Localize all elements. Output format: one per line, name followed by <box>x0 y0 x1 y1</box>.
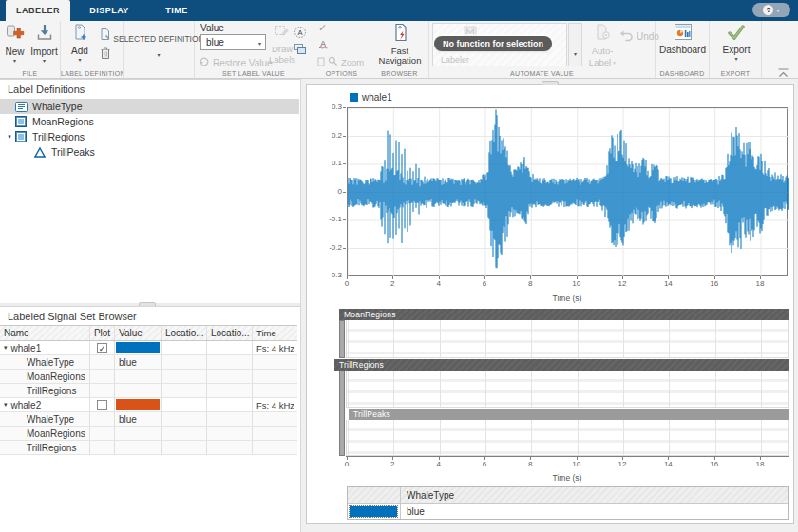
undo-button[interactable]: Undo <box>619 29 659 44</box>
tab-display[interactable]: DISPLAY <box>70 0 148 21</box>
page-mini-icon <box>317 57 325 68</box>
cell-name: TrillRegions <box>0 441 90 454</box>
zoom-option-button[interactable]: Zoom <box>317 56 364 68</box>
tree-item-trillpeaks[interactable]: TrillPeaks <box>0 144 299 160</box>
strip-lane-moanregions[interactable] <box>346 320 788 358</box>
label-definitions-tree: WhaleTypeMoanRegions▾TrillRegionsTrillPe… <box>0 99 299 160</box>
cell-plot <box>90 370 115 383</box>
table-row-moanregions[interactable]: MoanRegions <box>0 370 297 384</box>
value-dropdown[interactable]: blue ▾ <box>200 34 266 50</box>
cell-plot <box>90 398 115 411</box>
tree-item-moanregions[interactable]: MoanRegions <box>0 114 299 129</box>
tree-item-trillregions[interactable]: ▾TrillRegions <box>0 129 299 144</box>
strip-gridline <box>393 370 394 407</box>
cell-location1 <box>162 370 207 383</box>
plot-checkbox[interactable]: ✓ <box>97 343 107 353</box>
x-tick-label: 10 <box>567 279 586 288</box>
add-label-definition-button[interactable]: Add ▾ <box>66 23 94 63</box>
strip-scrollbar[interactable] <box>339 370 345 456</box>
strip-gridline <box>715 370 716 407</box>
section-label-browser: BROWSER <box>370 70 428 77</box>
strip-gridline <box>485 370 486 407</box>
label-name: MoanRegions <box>27 428 86 439</box>
strip-lane-trillpeaks[interactable] <box>346 420 788 456</box>
cell-name: MoanRegions <box>0 427 90 440</box>
strip-gridline <box>348 420 349 455</box>
table-row-whale1[interactable]: ▾whale1✓Fs: 4 kHz <box>0 341 297 355</box>
strip-gridline <box>440 420 441 455</box>
cell-value: blue <box>115 412 162 426</box>
label-definitions-panel: Label Definitions WhaleTypeMoanRegions▾T… <box>0 79 300 303</box>
col-header-name[interactable]: Name <box>0 326 90 340</box>
cell-location1 <box>162 384 207 397</box>
cell-time: Fs: 4 kHz <box>253 398 297 411</box>
cell-location2 <box>207 384 253 397</box>
cell-time <box>253 441 297 454</box>
cell-location2 <box>207 441 253 454</box>
tab-labeler[interactable]: LABELER <box>6 0 70 21</box>
col-header-plot[interactable]: Plot <box>90 326 115 340</box>
auto-label-button[interactable]: Auto- Label▾ <box>585 23 619 67</box>
fast-navigation-button[interactable]: Fast Navigation <box>375 23 425 66</box>
roi-label-icon <box>15 116 29 127</box>
table-row-moanregions[interactable]: MoanRegions <box>0 427 297 441</box>
expander-icon[interactable]: ▾ <box>4 133 15 141</box>
chevron-down-icon: ▾ <box>734 56 737 62</box>
col-header-location1[interactable]: Locatio... <box>162 326 207 340</box>
new-icon <box>6 23 25 46</box>
col-header-time[interactable]: Time <box>253 326 297 340</box>
waveform-plot[interactable] <box>347 107 788 276</box>
splitter-grip-right[interactable] <box>542 81 559 86</box>
x-tick-mark <box>622 457 623 460</box>
col-header-value[interactable]: Value <box>115 326 162 340</box>
tree-item-whaletype[interactable]: WhaleType <box>0 99 299 114</box>
strip-header-trillregions[interactable]: TrillRegions <box>334 359 788 370</box>
col-header-location2[interactable]: Locatio... <box>207 326 253 340</box>
y-tick-mark <box>343 276 346 276</box>
plot-checkbox[interactable] <box>97 400 107 410</box>
restore-value-button[interactable]: Restore Value <box>199 56 273 69</box>
export-check-icon <box>727 25 746 44</box>
row-expander-icon[interactable]: ▾ <box>4 344 8 352</box>
cell-plot <box>90 427 115 440</box>
new-button[interactable]: New ▾ <box>1 23 28 64</box>
cell-name: MoanRegions <box>0 370 90 383</box>
row-expander-icon[interactable]: ▾ <box>4 401 8 408</box>
table-row-trillregions[interactable]: TrillRegions <box>0 441 297 455</box>
table-row-whale2[interactable]: ▾whale2Fs: 4 kHz <box>0 398 297 412</box>
table-row-whaletype[interactable]: WhaleTypeblue <box>0 355 297 370</box>
minimize-ribbon-button[interactable] <box>777 65 789 82</box>
auto-value-icon[interactable]: A <box>294 26 307 43</box>
gallery-dropdown-button[interactable]: ▾ <box>568 23 582 66</box>
value-table-row[interactable]: blue <box>348 504 788 519</box>
table-row-whaletype[interactable]: WhaleTypeblue <box>0 412 297 427</box>
strip-header-trillpeaks[interactable]: TrillPeaks <box>349 408 788 420</box>
strip-header-moanregions[interactable]: MoanRegions <box>339 309 788 320</box>
waveform-xlabel: Time (s) <box>347 294 788 303</box>
table-row-trillregions[interactable]: TrillRegions <box>0 384 297 398</box>
layers-icon[interactable] <box>294 43 307 60</box>
cell-name: ▾whale1 <box>0 341 90 354</box>
tab-time[interactable]: TIME <box>148 0 205 21</box>
strip-lane-trillregions[interactable] <box>346 370 788 408</box>
spell-label-icon[interactable]: A <box>317 37 330 54</box>
import-button[interactable]: Import ▾ <box>29 23 59 64</box>
edit-label-definition-button[interactable] <box>99 28 112 45</box>
selected-definition-dropdown[interactable]: SELECTED DEFINITION ▾ <box>125 34 192 58</box>
dashboard-button[interactable]: Dashboard <box>660 24 705 55</box>
y-tick-mark <box>343 136 346 137</box>
strip-gridline <box>715 420 716 455</box>
cell-name: TrillRegions <box>0 384 90 397</box>
export-button[interactable]: Export ▾ <box>717 25 755 62</box>
strip-gridline <box>623 320 624 357</box>
add-tag-icon <box>71 23 89 45</box>
x-tick-mark <box>530 276 531 279</box>
display-check-icon[interactable]: ✓ <box>318 22 327 34</box>
strip-scrollbar[interactable] <box>339 320 345 358</box>
strip-gridline <box>669 320 670 357</box>
delete-label-definition-button[interactable] <box>100 47 111 64</box>
help-button[interactable]: ? ▾ <box>752 3 790 17</box>
cell-plot <box>90 412 115 426</box>
waveform-svg <box>348 108 788 276</box>
zoom-option-label: Zoom <box>341 57 364 67</box>
